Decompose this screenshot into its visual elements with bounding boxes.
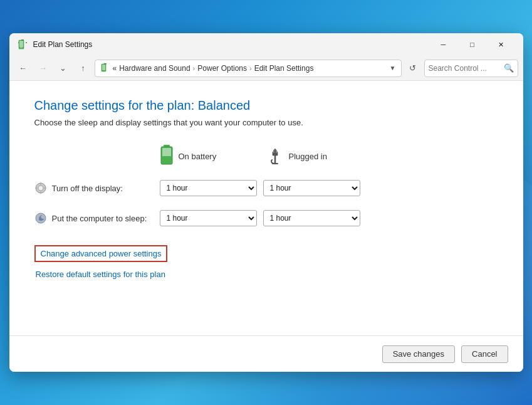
address-bar[interactable]: « On battery Hardware and Sound › Power … <box>95 60 402 77</box>
search-icon[interactable]: 🔍 <box>504 63 514 73</box>
svg-rect-4 <box>26 42 27 43</box>
back-button[interactable]: ← <box>14 60 32 77</box>
restore-defaults-link[interactable]: Restore default settings for this plan <box>36 268 498 280</box>
address-icon <box>100 63 110 73</box>
search-box[interactable]: 🔍 <box>424 60 518 77</box>
display-battery-dropdown[interactable]: 1 hour Never 1 minute 5 minutes 10 minut… <box>160 180 257 196</box>
page-subtitle: Choose the sleep and display settings th… <box>34 118 498 127</box>
display-icon <box>34 182 47 194</box>
sleep-plugged-dropdown[interactable]: 1 hour Never 1 minute 5 minutes 10 minut… <box>263 210 360 226</box>
save-button[interactable]: Save changes <box>382 345 455 363</box>
page-title: Change settings for the plan: Balanced <box>34 98 498 113</box>
breadcrumb-power: Power Options <box>197 64 247 73</box>
display-plugged-dropdown[interactable]: 1 hour Never 1 minute 5 minutes 10 minut… <box>263 180 360 196</box>
svg-rect-13 <box>273 150 274 153</box>
window-title: Edit Plan Settings <box>33 40 429 49</box>
on-battery-label: On battery <box>179 152 217 161</box>
title-bar: Edit Plan Settings ─ □ ✕ <box>9 33 523 56</box>
svg-rect-2 <box>20 47 23 48</box>
plug-icon <box>266 147 284 165</box>
plugged-in-label: Plugged in <box>289 152 327 161</box>
main-window: Edit Plan Settings ─ □ ✕ ← → ⌄ ↑ « On ba… <box>9 33 523 372</box>
sleep-label: Put the computer to sleep: <box>34 212 160 224</box>
minimize-button[interactable]: ─ <box>429 33 458 56</box>
svg-rect-1 <box>19 41 23 47</box>
close-button[interactable]: ✕ <box>487 33 516 56</box>
settings-area: On battery Plugged in <box>34 145 498 231</box>
content-area: Change settings for the plan: Balanced C… <box>9 81 523 335</box>
breadcrumb-part1: « <box>113 64 117 73</box>
search-input[interactable] <box>429 64 501 73</box>
advanced-power-settings-link[interactable]: Change advanced power settings <box>34 245 168 262</box>
up-button[interactable]: ↑ <box>75 60 92 77</box>
refresh-button[interactable]: ↺ <box>404 60 422 77</box>
cancel-button[interactable]: Cancel <box>461 345 508 363</box>
nav-bar: ← → ⌄ ↑ « On battery Hardware and Sound … <box>9 56 523 81</box>
sleep-battery-dropdown[interactable]: 1 hour Never 1 minute 5 minutes 10 minut… <box>160 210 257 226</box>
sep2: › <box>249 65 252 72</box>
window-icon <box>17 39 28 50</box>
sleep-icon <box>34 212 47 224</box>
breadcrumb-hardware: Hardware and Sound <box>119 64 190 73</box>
sleep-dropdowns: 1 hour Never 1 minute 5 minutes 10 minut… <box>160 210 360 226</box>
breadcrumb-edit: Edit Plan Settings <box>254 64 314 73</box>
display-label: Turn off the display: <box>34 182 160 194</box>
display-setting-label: Turn off the display: <box>52 184 123 193</box>
display-dropdowns: 1 hour Never 1 minute 5 minutes 10 minut… <box>160 180 360 196</box>
address-dropdown-icon[interactable]: ▼ <box>390 65 396 71</box>
sep1: › <box>193 65 196 72</box>
column-headers: On battery Plugged in <box>160 145 498 167</box>
svg-rect-12 <box>162 156 171 163</box>
battery-icon <box>160 145 174 167</box>
svg-rect-3 <box>18 42 19 43</box>
dropdown-button[interactable]: ⌄ <box>55 60 72 77</box>
svg-rect-5 <box>21 39 24 41</box>
sleep-setting-label: Put the computer to sleep: <box>52 214 147 223</box>
links-area: Change advanced power settings Restore d… <box>34 245 498 280</box>
on-battery-header: On battery <box>160 145 260 167</box>
footer: Save changes Cancel <box>9 335 523 372</box>
window-controls: ─ □ ✕ <box>429 33 516 56</box>
forward-button[interactable]: → <box>34 60 52 77</box>
svg-rect-7 <box>102 65 105 70</box>
svg-point-16 <box>38 186 43 191</box>
svg-rect-8 <box>104 63 107 65</box>
svg-rect-14 <box>276 150 277 153</box>
sleep-setting-row: Put the computer to sleep: 1 hour Never … <box>34 205 498 231</box>
display-setting-row: Turn off the display: 1 hour Never 1 min… <box>34 175 498 201</box>
plugged-in-header: Plugged in <box>266 147 367 165</box>
maximize-button[interactable]: □ <box>458 33 487 56</box>
